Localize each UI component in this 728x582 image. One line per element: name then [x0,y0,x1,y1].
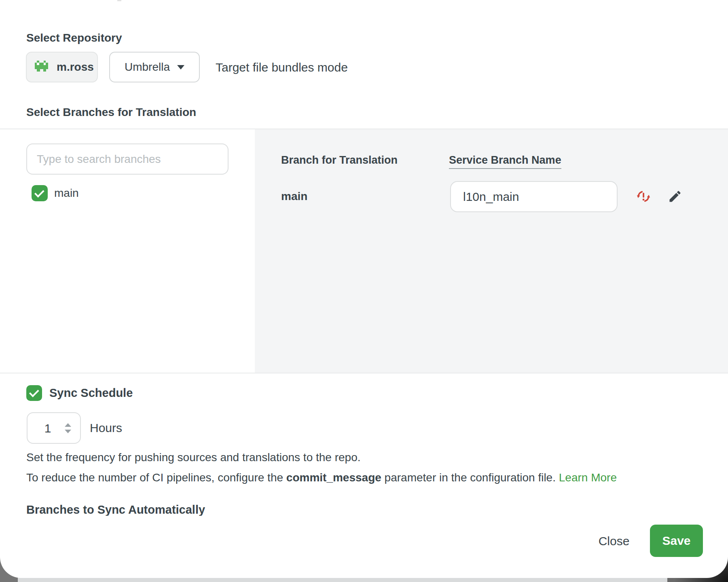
chevron-down-icon [177,65,184,70]
checkmark-icon [29,387,39,397]
table-row-branch-name: main [281,190,307,203]
learn-more-link[interactable]: Learn More [559,471,617,484]
sync-interval-stepper [27,412,81,444]
clipped-element-sliver [117,0,121,1]
project-dropdown[interactable]: Umbrella [109,52,200,82]
project-dropdown-value: Umbrella [125,61,170,74]
select-branches-heading: Select Branches for Translation [26,106,196,119]
repository-name: m.ross [57,61,94,74]
edit-service-branch-button[interactable] [667,188,683,205]
ci-pipelines-note: To reduce the number of CI pipelines, co… [26,471,617,484]
background-strip [18,578,667,582]
select-repository-heading: Select Repository [26,32,122,44]
sync-schedule-checkbox[interactable] [26,385,42,401]
stepper-up-icon[interactable] [65,423,71,427]
sync-warning-button[interactable] [635,188,652,205]
sync-warning-icon [636,189,651,204]
branch-main-checkbox[interactable] [32,185,48,201]
sync-schedule-label: Sync Schedule [49,386,133,400]
stepper-down-icon[interactable] [65,430,71,433]
screen-background: Select Repository m.ross Umbrella Target… [0,0,728,582]
stepper-arrows[interactable] [65,413,71,443]
repo-owner-avatar-icon [35,60,50,74]
repository-chip[interactable]: m.ross [26,52,98,82]
checkmark-icon [34,188,44,198]
branches-to-sync-heading: Branches to Sync Automatically [26,501,205,516]
branch-search-input[interactable] [26,143,229,175]
commit-message-param: commit_message [286,471,381,484]
service-branch-name-input[interactable] [450,181,618,212]
sync-interval-input[interactable] [28,413,68,444]
panel-bottom-divider [0,373,728,373]
ci-note-suffix: parameter in the configuration file. [381,471,559,484]
branches-to-sync-heading-clip: Branches to Sync Automatically [26,501,205,516]
frequency-note: Set the frequency for pushing sources an… [26,451,361,464]
column-header-service-branch[interactable]: Service Branch Name [449,154,561,169]
bundles-mode-text: Target file bundles mode [216,61,348,74]
branch-main-label: main [54,187,79,200]
repo-integration-dialog: Select Repository m.ross Umbrella Target… [0,0,728,578]
column-header-branch: Branch for Translation [281,154,398,167]
interval-unit-label: Hours [90,421,122,435]
pencil-icon [668,189,682,204]
save-button[interactable]: Save [650,525,703,557]
ci-note-prefix: To reduce the number of CI pipelines, co… [26,471,286,484]
close-button[interactable]: Close [590,528,637,555]
